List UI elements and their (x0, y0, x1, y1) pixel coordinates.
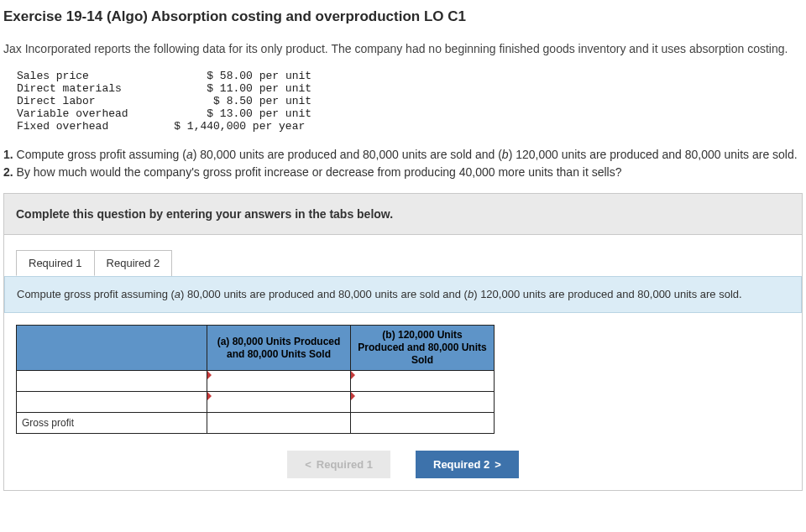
question-2: 2. By how much would the company's gross… (3, 164, 803, 181)
row-1-col-a-cell[interactable] (207, 371, 351, 392)
table-row (17, 371, 495, 392)
tab-bar: Required 1 Required 2 (16, 250, 802, 276)
data-row-3-label: Direct labor (17, 95, 96, 107)
tab-subprompt: Compute gross profit assuming (a) 80,000… (4, 276, 802, 313)
row-1-label-cell[interactable] (17, 371, 207, 392)
data-row-3-value: $ 8.50 per unit (213, 95, 311, 107)
data-row-4-label: Variable overhead (17, 107, 128, 120)
data-row-5-label: Fixed overhead (17, 120, 108, 133)
data-row-1-value: $ 58.00 per unit (207, 70, 311, 82)
table-row (17, 392, 495, 413)
row-2-label-cell[interactable] (17, 392, 207, 413)
q2-number: 2. (3, 165, 13, 179)
prev-button[interactable]: < Required 1 (287, 451, 390, 478)
table-row: Gross profit (17, 413, 495, 434)
nav-row: < Required 1 Required 2 > (4, 446, 802, 490)
answer-table: (a) 80,000 Units Produced and 80,000 Uni… (16, 325, 495, 434)
row-2-col-a-cell[interactable] (207, 392, 351, 413)
q1-number: 1. (3, 148, 13, 161)
chevron-right-icon: > (495, 458, 501, 471)
dropdown-indicator-icon (351, 392, 355, 400)
next-button-label: Required 2 (433, 458, 489, 471)
answer-area: Complete this question by entering your … (3, 193, 803, 491)
instruction-text: Complete this question by entering your … (16, 207, 393, 221)
data-block: Sales price $ 58.00 per unit Direct mate… (17, 70, 803, 133)
table-header-col-b: (b) 120,000 Units Produced and 80,000 Un… (351, 326, 495, 371)
prev-button-label: Required 1 (317, 458, 373, 471)
question-list: 1. Compute gross profit assuming (a) 80,… (3, 146, 803, 181)
instruction-band: Complete this question by entering your … (4, 194, 802, 235)
chevron-left-icon: < (305, 458, 311, 471)
data-row-2-value: $ 11.00 per unit (207, 82, 311, 95)
next-button[interactable]: Required 2 > (416, 451, 519, 478)
tab-required-2[interactable]: Required 2 (95, 250, 173, 276)
exercise-title: Exercise 19-14 (Algo) Absorption costing… (3, 8, 803, 25)
dropdown-indicator-icon (207, 371, 212, 379)
data-row-1-label: Sales price (17, 70, 89, 82)
data-row-4-value: $ 13.00 per unit (207, 107, 311, 120)
row-3-col-a-cell[interactable] (207, 413, 351, 434)
table-header-row: (a) 80,000 Units Produced and 80,000 Uni… (17, 326, 495, 371)
data-row-2-label: Direct materials (17, 82, 122, 95)
row-1-col-b-cell[interactable] (351, 371, 495, 392)
row-3-label-cell: Gross profit (17, 413, 207, 434)
tab-required-1[interactable]: Required 1 (16, 250, 95, 276)
row-3-col-b-cell[interactable] (351, 413, 495, 434)
answer-table-area: (a) 80,000 Units Produced and 80,000 Uni… (4, 313, 802, 446)
dropdown-indicator-icon (207, 392, 212, 400)
table-header-blank (17, 326, 207, 371)
intro-text: Jax Incorporated reports the following d… (3, 40, 803, 58)
table-header-col-a: (a) 80,000 Units Produced and 80,000 Uni… (207, 326, 351, 371)
data-row-5-value: $ 1,440,000 per year (174, 120, 305, 133)
dropdown-indicator-icon (351, 371, 355, 379)
question-1: 1. Compute gross profit assuming (a) 80,… (3, 146, 803, 164)
row-2-col-b-cell[interactable] (351, 392, 495, 413)
